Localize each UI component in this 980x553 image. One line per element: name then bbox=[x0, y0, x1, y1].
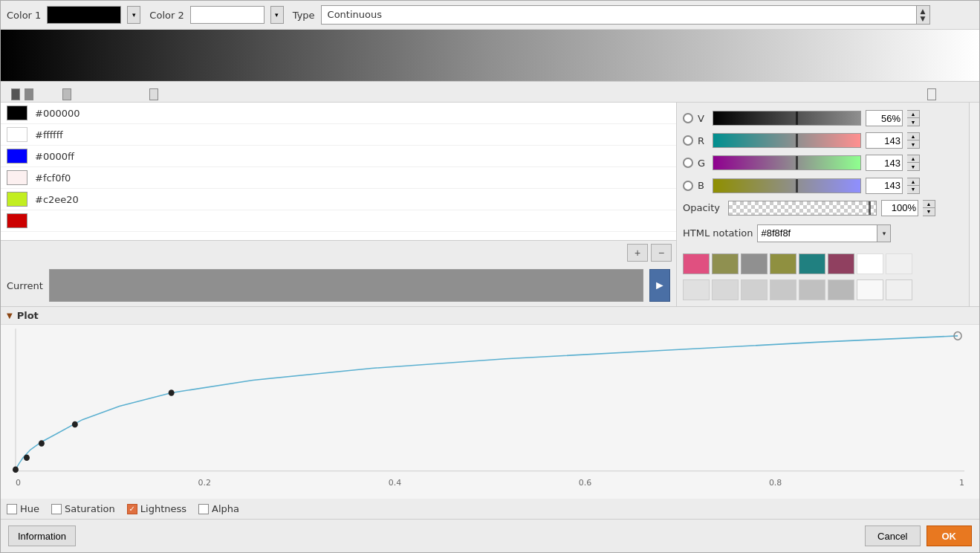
swatch-cell[interactable] bbox=[799, 279, 825, 300]
ok-button[interactable]: OK bbox=[927, 525, 973, 546]
g-spinner-up[interactable]: ▲ bbox=[907, 155, 919, 163]
b-radio[interactable] bbox=[683, 181, 693, 191]
color2-swatch[interactable] bbox=[190, 6, 265, 24]
swatch-cell[interactable] bbox=[741, 253, 768, 274]
v-label: V bbox=[698, 113, 708, 124]
type-label: Type bbox=[293, 10, 315, 21]
plot-header[interactable]: ▼ Plot bbox=[1, 307, 979, 324]
add-color-button[interactable]: + bbox=[627, 244, 648, 262]
v-slider[interactable] bbox=[713, 111, 861, 126]
swatch-cell[interactable] bbox=[712, 253, 739, 274]
r-radio[interactable] bbox=[683, 135, 693, 146]
swatch-cell[interactable] bbox=[828, 279, 854, 300]
plot-collapse-icon: ▼ bbox=[7, 311, 13, 320]
svg-point-5 bbox=[72, 421, 78, 428]
hue-checkbox-item[interactable]: Hue bbox=[7, 503, 39, 514]
list-item[interactable]: #0000ff bbox=[1, 146, 676, 167]
color-list[interactable]: #000000 #ffffff #0000ff #fcf0f0 #c2ee20 bbox=[1, 103, 676, 241]
lightness-checkbox[interactable]: ✓ bbox=[127, 504, 137, 514]
list-item[interactable]: #000000 bbox=[1, 103, 676, 124]
lightness-checkbox-item[interactable]: ✓ Lightness bbox=[127, 503, 186, 514]
v-spinner: ▲ ▼ bbox=[907, 110, 920, 126]
swatch-cell[interactable] bbox=[741, 279, 768, 300]
color2-dropdown-arrow[interactable]: ▾ bbox=[270, 6, 284, 24]
color-hex-value: #000000 bbox=[35, 108, 80, 119]
opacity-slider[interactable] bbox=[728, 201, 877, 216]
slider-handle-white[interactable] bbox=[149, 88, 158, 100]
type-dropdown[interactable]: Continuous ▲▼ bbox=[321, 5, 930, 25]
v-channel-row: V ▲ ▼ bbox=[683, 109, 973, 128]
swatch-cell[interactable] bbox=[770, 279, 796, 300]
right-panel-scrollbar[interactable] bbox=[969, 103, 979, 306]
b-value-input[interactable] bbox=[866, 178, 903, 194]
x-label-02: 0.2 bbox=[198, 478, 212, 488]
list-buttons: + − bbox=[1, 241, 676, 265]
g-radio[interactable] bbox=[683, 158, 693, 168]
html-dropdown-arrow-icon[interactable]: ▾ bbox=[877, 225, 890, 242]
gradient-bar[interactable] bbox=[1, 30, 979, 82]
color-swatch bbox=[7, 192, 27, 207]
hue-checkbox[interactable] bbox=[7, 504, 17, 514]
opacity-value-input[interactable] bbox=[881, 200, 918, 216]
slider-handle-white2[interactable] bbox=[927, 88, 936, 100]
alpha-checkbox[interactable] bbox=[198, 504, 209, 514]
saturation-checkbox[interactable] bbox=[51, 504, 62, 514]
opacity-row: Opacity ▲ ▼ bbox=[683, 198, 973, 218]
g-channel-row: G ▲ ▼ bbox=[683, 153, 973, 172]
left-panel: #000000 #ffffff #0000ff #fcf0f0 #c2ee20 bbox=[1, 103, 677, 306]
html-notation-input[interactable] bbox=[758, 225, 877, 242]
swatch-cell[interactable] bbox=[770, 253, 796, 274]
g-value-input[interactable] bbox=[866, 155, 903, 171]
cancel-button[interactable]: Cancel bbox=[865, 525, 920, 546]
type-dropdown-arrow-icon[interactable]: ▲▼ bbox=[916, 6, 929, 24]
b-spinner-down[interactable]: ▼ bbox=[907, 186, 919, 193]
v-spinner-down[interactable]: ▼ bbox=[907, 118, 919, 126]
swatch-cell[interactable] bbox=[683, 279, 710, 300]
information-button[interactable]: Information bbox=[8, 525, 76, 546]
list-item[interactable]: #fcf0f0 bbox=[1, 167, 676, 189]
slider-handle-black2[interactable] bbox=[25, 88, 33, 100]
swatch-cell[interactable] bbox=[683, 253, 710, 274]
swatch-cell[interactable] bbox=[857, 279, 883, 300]
opacity-spinner: ▲ ▼ bbox=[923, 200, 935, 216]
current-row: Current ► bbox=[1, 265, 676, 306]
svg-point-2 bbox=[13, 466, 19, 473]
current-label: Current bbox=[7, 280, 43, 291]
bottom-buttons-row: Information Cancel OK bbox=[1, 519, 979, 552]
swatch-cell[interactable] bbox=[857, 253, 883, 274]
top-bar: Color 1 ▾ Color 2 ▾ Type Continuous ▲▼ bbox=[1, 1, 979, 30]
plot-area: 0 0.2 0.4 0.6 0.8 1 bbox=[1, 324, 979, 499]
r-slider[interactable] bbox=[713, 133, 861, 148]
color-hex-value: #ffffff bbox=[35, 129, 63, 140]
swatch-cell[interactable] bbox=[886, 253, 912, 274]
list-item[interactable]: #ffffff bbox=[1, 124, 676, 146]
opacity-spinner-down[interactable]: ▼ bbox=[923, 208, 935, 216]
v-spinner-up[interactable]: ▲ bbox=[907, 111, 919, 118]
color1-dropdown-arrow[interactable]: ▾ bbox=[127, 6, 140, 24]
v-radio[interactable] bbox=[683, 113, 693, 123]
g-slider[interactable] bbox=[713, 155, 861, 170]
r-value-input[interactable] bbox=[866, 132, 903, 149]
slider-handle-black1[interactable] bbox=[11, 88, 20, 100]
remove-color-button[interactable]: − bbox=[651, 244, 672, 262]
apply-color-button[interactable]: ► bbox=[649, 269, 670, 302]
alpha-checkbox-item[interactable]: Alpha bbox=[198, 503, 239, 514]
g-spinner-down[interactable]: ▼ bbox=[907, 163, 919, 170]
slider-handle-gray[interactable] bbox=[62, 88, 71, 100]
g-spinner: ▲ ▼ bbox=[907, 155, 920, 171]
swatch-cell[interactable] bbox=[886, 279, 912, 300]
b-slider[interactable] bbox=[713, 178, 861, 193]
swatch-cell[interactable] bbox=[712, 279, 739, 300]
list-item[interactable] bbox=[1, 210, 676, 232]
swatch-cell[interactable] bbox=[799, 253, 825, 274]
list-item[interactable]: #c2ee20 bbox=[1, 189, 676, 210]
opacity-spinner-up[interactable]: ▲ bbox=[923, 201, 935, 208]
r-spinner-down[interactable]: ▼ bbox=[907, 140, 919, 148]
v-value-input[interactable] bbox=[866, 110, 903, 126]
b-spinner-up[interactable]: ▲ bbox=[907, 178, 919, 186]
r-spinner-up[interactable]: ▲ bbox=[907, 133, 919, 140]
x-label-0: 0 bbox=[16, 478, 21, 488]
saturation-checkbox-item[interactable]: Saturation bbox=[51, 503, 115, 514]
swatch-cell[interactable] bbox=[828, 253, 854, 274]
color1-swatch[interactable] bbox=[47, 6, 121, 24]
